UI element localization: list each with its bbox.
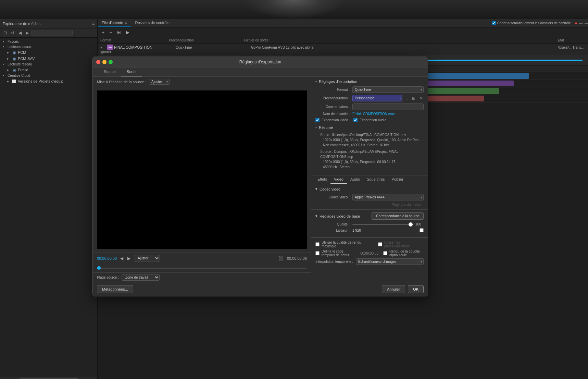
queue-row[interactable]: ▾ Ae FINAL COMPOSITION QuickTime GoPro C… xyxy=(98,44,588,55)
timecode-start: 00:00:00:00 xyxy=(97,256,117,260)
tab-sortie[interactable]: Sortie xyxy=(121,68,142,76)
codec-section: ▾ Codec vidéo Codec vidéo : Apple ProRes… xyxy=(311,184,428,210)
codec-header[interactable]: ▾ Codec vidéo xyxy=(315,187,424,191)
interpolation-label: Interpolation temporelle : xyxy=(315,260,353,264)
scrubber-container[interactable] xyxy=(97,265,307,270)
favorites-section[interactable]: ▾ Favoris xyxy=(0,39,97,44)
back-button[interactable]: ◀ xyxy=(17,30,23,36)
stop-btn[interactable]: ■ xyxy=(575,21,577,25)
pcm-icon: ▣ xyxy=(12,50,16,55)
queue-row-expand[interactable]: ▾ xyxy=(100,46,107,49)
set-timecode-checkbox[interactable] xyxy=(315,251,320,255)
tab-source[interactable]: Source xyxy=(98,68,121,76)
timecode-value: 00:00:00:00 xyxy=(360,252,378,255)
codec-video-select[interactable]: Apple ProRes 4444 xyxy=(352,194,424,200)
max-quality-checkbox[interactable] xyxy=(315,242,320,246)
resume-title: Résumé xyxy=(319,125,333,130)
width-value: 1 920 xyxy=(352,229,361,232)
auto-encode-checkbox[interactable] xyxy=(492,21,496,25)
tab-queue-menu[interactable]: ≡ xyxy=(125,21,127,25)
codec-settings-label: Réglages du codec xyxy=(391,203,421,207)
media-explorer-menu-icon[interactable]: ≡ xyxy=(92,21,95,26)
export-settings-title: Réglages d'exportation xyxy=(319,80,357,84)
duplicate-item-button[interactable]: ⊞ xyxy=(115,29,122,36)
fit-select[interactable]: Ajuster xyxy=(134,255,160,261)
col-status: État xyxy=(558,38,585,42)
preview-area: Mise à l'échelle de la source : Ajuster … xyxy=(93,77,311,282)
tab-sous-titres[interactable]: Sous-titres xyxy=(363,175,388,184)
source-scale-select[interactable]: Ajuster xyxy=(149,79,170,85)
output-name-value[interactable]: FINAL COMPOSITION.mov xyxy=(352,112,395,116)
tab-effets[interactable]: Effets xyxy=(314,175,330,184)
quality-slider[interactable] xyxy=(352,224,413,225)
creative-cloud-section[interactable]: ▾ Creative Cloud xyxy=(0,73,97,78)
pcm-item[interactable]: ▶ ▣ PCM xyxy=(0,49,97,56)
footer-left: Métadonnées... xyxy=(97,285,133,293)
use-previews-checkbox[interactable] xyxy=(378,242,382,246)
source-details: 1920x1080 (1,0), 30 i/s, Progressif, 00:… xyxy=(320,160,395,164)
export-checkboxes: Exportation vidéo Exportation audio xyxy=(315,118,424,123)
interpolation-select[interactable]: Échantillonneur d'images xyxy=(356,258,424,265)
export-audio-checkbox[interactable] xyxy=(353,118,358,122)
remove-item-button[interactable]: − xyxy=(108,29,113,36)
add-item-button[interactable]: + xyxy=(100,29,106,36)
ok-button[interactable]: OK xyxy=(408,285,424,293)
play-forward-button[interactable]: ▶ xyxy=(127,255,131,261)
codec-video-label: Codec vidéo : xyxy=(315,195,350,199)
top-decoration xyxy=(0,0,588,19)
tab-audio[interactable]: Audio xyxy=(347,175,363,184)
encode-button[interactable]: ▶ xyxy=(124,29,131,36)
refresh-button[interactable]: ↺ xyxy=(10,30,16,36)
tab-publier[interactable]: Publier xyxy=(388,175,407,184)
tab-control-folders[interactable]: Dossiers de contrôle xyxy=(131,19,174,27)
format-select[interactable]: QuickTime xyxy=(352,86,424,93)
width-lock-checkbox[interactable] xyxy=(420,228,424,232)
window-close-button[interactable] xyxy=(96,60,100,64)
quality-label: Qualité : xyxy=(315,222,350,226)
basic-video-section: ▾ Réglages vidéo de base Correspondance … xyxy=(311,210,428,237)
cancel-button[interactable]: Annuler xyxy=(382,285,405,293)
network-readers-section[interactable]: ▾ Lecteurs réseau xyxy=(0,62,97,67)
team-projects-item[interactable]: ▶ ⬜ Versions de Projets d'équip xyxy=(0,78,97,84)
preview-toolbar: Mise à l'échelle de la source : Ajuster xyxy=(93,77,311,87)
metadata-button[interactable]: Métadonnées... xyxy=(97,285,133,293)
export-settings-header[interactable]: ▾ Réglages d'exportation xyxy=(315,80,424,84)
resume-header[interactable]: ▾ Résumé xyxy=(315,125,424,130)
source-range-select[interactable]: Zone de travail xyxy=(122,274,160,281)
pcm-sav-item[interactable]: ▶ ▣ PCM-SAV xyxy=(0,56,97,62)
match-source-button[interactable]: Correspondance à la source xyxy=(372,212,424,220)
forward-button[interactable]: ▶ xyxy=(24,30,30,36)
public-item[interactable]: ▶ ▣ Public xyxy=(0,67,97,73)
tab-queue[interactable]: File d'attente ≡ xyxy=(98,19,131,27)
filter-button[interactable]: ⊟ xyxy=(2,30,8,36)
comments-input[interactable] xyxy=(352,103,424,110)
delete-preset-button[interactable]: ✕ xyxy=(419,95,424,101)
local-readers-section[interactable]: ▾ Lecteurs locaux xyxy=(0,44,97,49)
fullscreen-button[interactable]: ⬛ xyxy=(278,255,284,261)
preset-label: Préconfiguration : xyxy=(315,96,350,100)
preset-row: Préconfiguration : Personnalisé ↓ ⊞ ✕ xyxy=(315,95,424,101)
window-maximize-button[interactable] xyxy=(109,60,113,64)
scrubber-thumb[interactable] xyxy=(97,266,101,270)
codec-settings-row: Réglages du codec xyxy=(315,203,424,207)
tab-video[interactable]: Vidéo xyxy=(330,175,347,184)
alpha-layer-checkbox[interactable] xyxy=(383,251,387,255)
export-video-row: Exportation vidéo xyxy=(315,118,348,122)
export-video-checkbox[interactable] xyxy=(315,118,320,122)
window-minimize-button[interactable] xyxy=(102,60,107,64)
save-preset-button[interactable]: ↓ xyxy=(405,95,409,101)
pause-btn[interactable]: — xyxy=(585,21,588,25)
basic-video-header[interactable]: ▾ Réglages vidéo de base Correspondance … xyxy=(315,212,424,220)
import-preset-button[interactable]: ⊞ xyxy=(411,95,416,101)
preset-select[interactable]: Personnalisé xyxy=(352,95,402,101)
output-name-label: Nom de la sortie : xyxy=(315,112,350,116)
comments-label: Commentaires : xyxy=(315,105,350,109)
public-label: Public xyxy=(18,68,28,72)
export-settings-section: ▾ Réglages d'exportation Format : QuickT… xyxy=(311,77,428,175)
tab-sortie-label: Sortie xyxy=(127,70,137,74)
ae-icon: Ae xyxy=(107,45,113,50)
play-back-button[interactable]: ◀ xyxy=(120,255,124,261)
media-search-input[interactable] xyxy=(32,30,73,36)
queue-panel: File d'attente ≡ Dossiers de contrôle Co… xyxy=(98,19,588,55)
queue-row-preset: GoPro CineForm RVB 12 bits avec alpha xyxy=(251,46,558,49)
